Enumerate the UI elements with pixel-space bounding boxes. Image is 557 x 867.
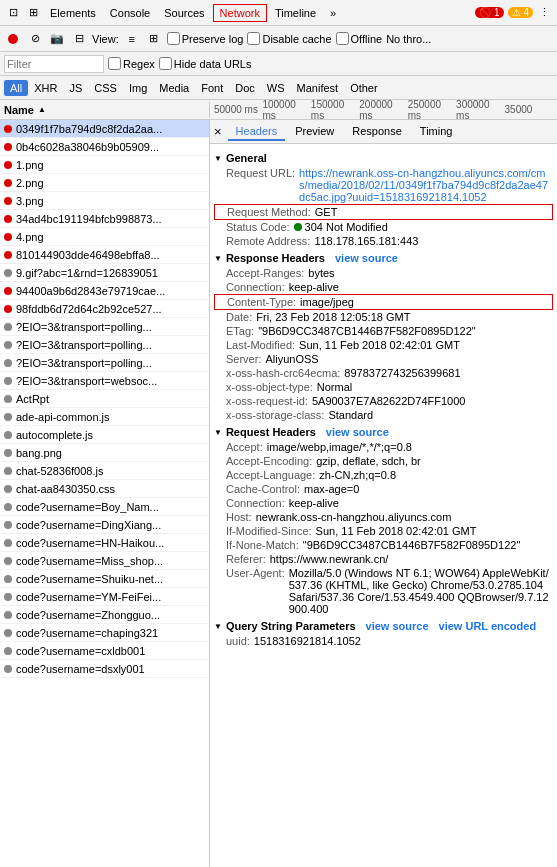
- tab-timeline[interactable]: Timeline: [269, 5, 322, 21]
- close-detail-button[interactable]: ×: [214, 124, 222, 139]
- view-source-link[interactable]: view source: [335, 252, 398, 264]
- list-item[interactable]: ?EIO=3&transport=websoc...: [0, 372, 209, 390]
- list-item[interactable]: code?username=Shuiku-net...: [0, 570, 209, 588]
- list-item[interactable]: code?username=cxldb001: [0, 642, 209, 660]
- request-name: 9.gif?abc=1&rnd=126839051: [16, 267, 205, 279]
- kv-key: x-oss-hash-crc64ecma:: [226, 367, 340, 379]
- type-tab-font[interactable]: Font: [195, 80, 229, 96]
- request-name: 4.png: [16, 231, 205, 243]
- section-title[interactable]: ▼General: [214, 152, 553, 164]
- kv-row: x-oss-hash-crc64ecma:8978372743256399681: [214, 366, 553, 380]
- offline-checkbox[interactable]: [336, 32, 349, 45]
- list-item[interactable]: code?username=Boy_Nam...: [0, 498, 209, 516]
- section-title[interactable]: ▼Response Headersview source: [214, 252, 553, 264]
- hide-data-urls-checkbox[interactable]: [159, 57, 172, 70]
- type-tab-ws[interactable]: WS: [261, 80, 291, 96]
- tab-more[interactable]: »: [324, 5, 342, 21]
- devtools-icon-1[interactable]: ⊡: [4, 4, 22, 22]
- request-name: ?EIO=3&transport=polling...: [16, 357, 205, 369]
- list-item[interactable]: code?username=chaping321: [0, 624, 209, 642]
- offline-label[interactable]: Offline: [336, 32, 383, 45]
- type-tab-img[interactable]: Img: [123, 80, 153, 96]
- type-tab-other[interactable]: Other: [344, 80, 384, 96]
- view-url-link[interactable]: view URL encoded: [439, 620, 537, 632]
- list-item[interactable]: 2.png: [0, 174, 209, 192]
- list-item[interactable]: code?username=DingXiang...: [0, 516, 209, 534]
- list-item[interactable]: autocomplete.js: [0, 426, 209, 444]
- list-item[interactable]: ade-api-common.js: [0, 408, 209, 426]
- type-tab-manifest[interactable]: Manifest: [291, 80, 345, 96]
- list-item[interactable]: code?username=dsxly001: [0, 660, 209, 678]
- type-tab-js[interactable]: JS: [63, 80, 88, 96]
- list-item[interactable]: bang.png: [0, 444, 209, 462]
- list-item[interactable]: ?EIO=3&transport=polling...: [0, 318, 209, 336]
- list-item[interactable]: chat-aa8430350.css: [0, 480, 209, 498]
- view-list-icon[interactable]: ≡: [123, 30, 141, 48]
- list-item[interactable]: 94400a9b6d2843e79719cae...: [0, 282, 209, 300]
- detail-tab-response[interactable]: Response: [344, 123, 410, 141]
- request-name: chat-aa8430350.css: [16, 483, 205, 495]
- status-dot: [4, 143, 12, 151]
- devtools-top-bar: ⊡ ⊞ Elements Console Sources Network Tim…: [0, 0, 557, 26]
- type-tab-all[interactable]: All: [4, 80, 28, 96]
- camera-button[interactable]: 📷: [48, 30, 66, 48]
- request-name: autocomplete.js: [16, 429, 205, 441]
- more-options-icon[interactable]: ⋮: [535, 4, 553, 22]
- preserve-log-label[interactable]: Preserve log: [167, 32, 244, 45]
- type-tab-css[interactable]: CSS: [88, 80, 123, 96]
- filter-input[interactable]: [4, 55, 104, 73]
- list-item[interactable]: code?username=YM-FeiFei...: [0, 588, 209, 606]
- type-tab-doc[interactable]: Doc: [229, 80, 261, 96]
- list-item[interactable]: ActRpt: [0, 390, 209, 408]
- tab-network[interactable]: Network: [213, 4, 267, 22]
- tab-elements[interactable]: Elements: [44, 5, 102, 21]
- record-button[interactable]: [4, 30, 22, 48]
- list-item[interactable]: chat-52836f008.js: [0, 462, 209, 480]
- detail-tab-headers[interactable]: Headers: [228, 123, 286, 141]
- list-item[interactable]: 1.png: [0, 156, 209, 174]
- list-item[interactable]: 98fddb6d72d64c2b92ce527...: [0, 300, 209, 318]
- detail-tab-timing[interactable]: Timing: [412, 123, 461, 141]
- filter-button[interactable]: ⊟: [70, 30, 88, 48]
- hide-data-urls-label[interactable]: Hide data URLs: [159, 57, 252, 70]
- list-item[interactable]: 810144903dde46498ebffa8...: [0, 246, 209, 264]
- tab-console[interactable]: Console: [104, 5, 156, 21]
- view-source-link[interactable]: view source: [366, 620, 429, 632]
- timeline-header: Name ▲ 50000 ms100000 ms150000 ms200000 …: [0, 100, 557, 120]
- list-item[interactable]: ?EIO=3&transport=polling...: [0, 354, 209, 372]
- section-title[interactable]: ▼Query String Parametersview sourceview …: [214, 620, 553, 632]
- tab-sources[interactable]: Sources: [158, 5, 210, 21]
- list-item[interactable]: 9.gif?abc=1&rnd=126839051: [0, 264, 209, 282]
- detail-body: ▼GeneralRequest URL:https://newrank.oss-…: [210, 144, 557, 867]
- clear-button[interactable]: ⊘: [26, 30, 44, 48]
- type-tab-media[interactable]: Media: [153, 80, 195, 96]
- section-title[interactable]: ▼Request Headersview source: [214, 426, 553, 438]
- kv-key: Server:: [226, 353, 261, 365]
- view-source-link[interactable]: view source: [326, 426, 389, 438]
- preserve-log-checkbox[interactable]: [167, 32, 180, 45]
- regex-label[interactable]: Regex: [108, 57, 155, 70]
- collapse-icon: ▼: [214, 254, 222, 263]
- list-item[interactable]: 34ad4bc191194bfcb998873...: [0, 210, 209, 228]
- list-item[interactable]: 0349f1f7ba794d9c8f2da2aa...: [0, 120, 209, 138]
- status-dot: [4, 377, 12, 385]
- view-grid-icon[interactable]: ⊞: [145, 30, 163, 48]
- type-tab-xhr[interactable]: XHR: [28, 80, 63, 96]
- disable-cache-label[interactable]: Disable cache: [247, 32, 331, 45]
- request-list[interactable]: 0349f1f7ba794d9c8f2da2aa...0b4c6028a3804…: [0, 120, 210, 867]
- status-dot: [4, 539, 12, 547]
- timeline-tick: 250000 ms: [408, 100, 456, 120]
- list-item[interactable]: 0b4c6028a38046b9b05909...: [0, 138, 209, 156]
- regex-checkbox[interactable]: [108, 57, 121, 70]
- list-item[interactable]: code?username=Miss_shop...: [0, 552, 209, 570]
- list-item[interactable]: code?username=HN-Haikou...: [0, 534, 209, 552]
- disable-cache-checkbox[interactable]: [247, 32, 260, 45]
- request-name: bang.png: [16, 447, 205, 459]
- detail-tab-preview[interactable]: Preview: [287, 123, 342, 141]
- list-item[interactable]: 4.png: [0, 228, 209, 246]
- devtools-icon-2[interactable]: ⊞: [24, 4, 42, 22]
- list-item[interactable]: 3.png: [0, 192, 209, 210]
- list-item[interactable]: ?EIO=3&transport=polling...: [0, 336, 209, 354]
- list-item[interactable]: code?username=Zhongguo...: [0, 606, 209, 624]
- name-column-header[interactable]: Name ▲: [0, 102, 210, 118]
